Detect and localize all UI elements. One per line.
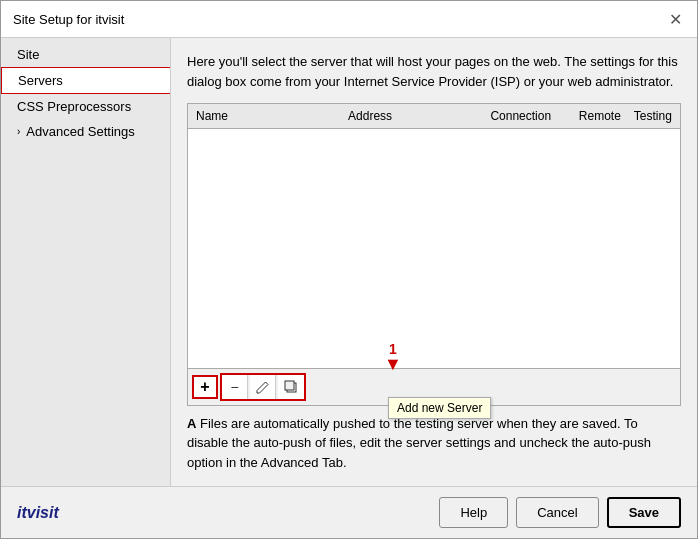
sidebar-item-site[interactable]: Site (1, 42, 170, 67)
remove-server-button[interactable]: − (222, 375, 248, 399)
server-table: Name Address Connection Remote Testing 1… (187, 103, 681, 406)
table-body (188, 129, 680, 368)
footer-buttons: Help Cancel Save (439, 497, 681, 528)
dialog-footer: itvisit Help Cancel Save (1, 486, 697, 538)
dialog-title: Site Setup for itvisit (13, 12, 124, 27)
edit-icon (256, 380, 270, 394)
toolbar: 1 ▼ + − (188, 368, 680, 405)
dialog-body: Site Servers CSS Preprocessors › Advance… (1, 38, 697, 486)
arrow-down-icon: ▼ (384, 355, 402, 373)
chevron-icon: › (17, 126, 20, 137)
close-button[interactable]: ✕ (665, 9, 685, 29)
sidebar-item-label: Site (17, 47, 39, 62)
help-button[interactable]: Help (439, 497, 508, 528)
sidebar-item-css-preprocessors[interactable]: CSS Preprocessors (1, 94, 170, 119)
sidebar-item-label: Advanced Settings (26, 124, 134, 139)
arrow-indicator: 1 ▼ (384, 341, 402, 373)
edit-server-button[interactable] (250, 375, 276, 399)
sidebar-item-label: CSS Preprocessors (17, 99, 131, 114)
col-header-remote: Remote (571, 107, 626, 125)
add-server-button[interactable]: + (192, 375, 218, 399)
sidebar-item-advanced-settings[interactable]: › Advanced Settings (1, 119, 170, 144)
col-header-name: Name (188, 107, 340, 125)
add-server-tooltip: Add new Server (388, 397, 491, 419)
duplicate-server-button[interactable] (278, 375, 304, 399)
auto-push-text: Files are automatically pushed to the te… (187, 416, 651, 470)
col-header-address: Address (340, 107, 482, 125)
table-header: Name Address Connection Remote Testing (188, 104, 680, 129)
title-bar: Site Setup for itvisit ✕ (1, 1, 697, 38)
sidebar: Site Servers CSS Preprocessors › Advance… (1, 38, 171, 486)
save-button[interactable]: Save (607, 497, 681, 528)
auto-push-label: A (187, 416, 196, 431)
dialog: Site Setup for itvisit ✕ Site Servers CS… (0, 0, 698, 539)
col-header-connection: Connection (482, 107, 570, 125)
content-area: Here you'll select the server that will … (171, 38, 697, 486)
sidebar-item-label: Servers (18, 73, 63, 88)
col-header-testing: Testing (626, 107, 680, 125)
sidebar-item-servers[interactable]: Servers (1, 67, 170, 94)
auto-push-section: A Files are automatically pushed to the … (187, 414, 681, 473)
brand-label: itvisit (17, 504, 59, 522)
svg-rect-1 (285, 381, 294, 390)
toolbar-btn-group: − (220, 373, 306, 401)
description-text: Here you'll select the server that will … (187, 52, 681, 91)
duplicate-icon (284, 380, 298, 394)
cancel-button[interactable]: Cancel (516, 497, 598, 528)
